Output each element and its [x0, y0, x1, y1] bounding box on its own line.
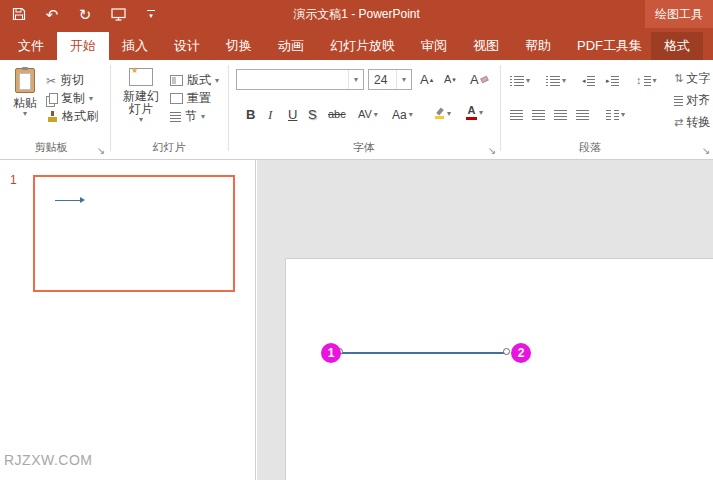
tab-pdf-tools[interactable]: PDF工具集	[564, 32, 655, 60]
format-painter-button[interactable]: 格式刷	[46, 108, 98, 125]
format-painter-label: 格式刷	[62, 108, 98, 125]
align-text-label: 对齐	[686, 92, 710, 109]
grow-font-button[interactable]: A ▴	[420, 71, 433, 88]
line-spacing-button[interactable]: ↕ ▾	[636, 72, 657, 89]
group-separator	[500, 65, 501, 151]
reset-button[interactable]: 重置	[170, 90, 211, 107]
font-name-value	[237, 70, 348, 89]
italic-label: I	[268, 108, 272, 121]
chevron-down-icon: ▾	[139, 116, 143, 124]
section-button[interactable]: 节 ▾	[170, 108, 205, 125]
clipboard-dialog-launcher[interactable]: ↘	[95, 145, 107, 156]
change-case-label: Aa	[392, 109, 407, 121]
align-text-button[interactable]: 对齐	[674, 92, 710, 109]
eraser-icon	[480, 76, 488, 83]
text-direction-button[interactable]: ⇅ 文字	[674, 70, 710, 87]
chevron-down-icon: ▾	[621, 111, 625, 119]
decrease-indent-icon	[587, 76, 595, 86]
copy-icon	[46, 93, 57, 105]
line-shape[interactable]	[341, 352, 509, 354]
character-spacing-button[interactable]: AV ▾	[358, 106, 378, 123]
paste-button[interactable]: 粘贴 ▾	[8, 68, 42, 118]
clear-formatting-button[interactable]: A	[470, 71, 488, 88]
paste-icon	[15, 68, 35, 93]
chevron-down-icon: ▾	[348, 70, 363, 89]
underline-button[interactable]: U	[288, 106, 297, 123]
triangle-down-icon: ▾	[452, 76, 456, 83]
strikethrough-button[interactable]: abc	[328, 106, 346, 123]
bullets-button[interactable]: ▾	[510, 72, 530, 89]
font-name-combobox[interactable]: ▾	[236, 69, 364, 90]
layout-button[interactable]: 版式 ▾	[170, 72, 219, 89]
section-label: 节	[185, 108, 197, 125]
tab-help[interactable]: 帮助	[512, 32, 564, 60]
ribbon-tab-row: 文件 开始 插入 设计 切换 动画 幻灯片放映 审阅 视图 帮助 PDF工具集 …	[0, 28, 713, 60]
tab-file[interactable]: 文件	[5, 32, 57, 60]
text-highlight-button[interactable]: ▾	[434, 105, 451, 122]
font-group-label: 字体	[228, 140, 500, 155]
slide-number: 1	[10, 173, 17, 187]
bullets-icon	[510, 76, 524, 86]
bold-label: B	[246, 108, 255, 121]
columns-button[interactable]: ▾	[606, 106, 625, 123]
tab-insert[interactable]: 插入	[109, 32, 161, 60]
ribbon: 粘贴 ▾ ✂ 剪切 复制 ▾ 格式刷 剪贴板 ↘ ★ 新建幻灯片 ▾ 版式 ▾	[0, 60, 713, 160]
tab-home[interactable]: 开始	[57, 32, 109, 60]
slide-thumbnail[interactable]	[33, 175, 235, 292]
convert-smartart-button[interactable]: ⇄ 转换	[674, 114, 710, 131]
change-case-button[interactable]: Aa ▾	[392, 106, 413, 123]
increase-indent-button[interactable]: ▸	[606, 72, 619, 89]
align-text-icon	[674, 96, 683, 106]
paragraph-dialog-launcher[interactable]: ↘	[700, 145, 712, 156]
new-slide-icon: ★	[129, 68, 153, 86]
updown-arrow-icon: ↕	[636, 75, 642, 86]
line-endpoint-handle-right[interactable]	[503, 348, 510, 355]
font-size-combobox[interactable]: 24 ▾	[368, 69, 412, 90]
copy-button[interactable]: 复制 ▾	[46, 90, 93, 107]
shrink-font-button[interactable]: A ▾	[444, 71, 456, 88]
decrease-indent-button[interactable]: ◂	[582, 72, 595, 89]
convert-smartart-icon: ⇄	[674, 117, 683, 128]
font-color-button[interactable]: A ▾	[466, 104, 483, 121]
window-title: 演示文稿1 - PowerPoint	[0, 0, 713, 28]
align-center-button[interactable]	[532, 106, 545, 123]
tab-view[interactable]: 视图	[460, 32, 512, 60]
underline-label: U	[288, 108, 297, 121]
italic-button[interactable]: I	[268, 106, 272, 123]
align-left-button[interactable]	[510, 106, 523, 123]
paragraph-group-label: 段落	[500, 140, 680, 155]
align-left-icon	[510, 110, 523, 120]
triangle-up-icon: ▴	[430, 76, 434, 83]
chevron-down-icon: ▾	[89, 95, 93, 103]
cut-button[interactable]: ✂ 剪切	[46, 72, 84, 89]
titlebar: ↶ ↻ ▾ 演示文稿1 - PowerPoint 绘图工具	[0, 0, 713, 28]
columns-icon	[606, 110, 619, 120]
contextual-tab-group-header: 绘图工具	[645, 0, 713, 28]
numbering-icon	[546, 76, 560, 86]
tab-review[interactable]: 审阅	[408, 32, 460, 60]
tab-slide-show[interactable]: 幻灯片放映	[317, 32, 408, 60]
chevron-down-icon: ▾	[396, 70, 411, 89]
tab-design[interactable]: 设计	[161, 32, 213, 60]
thumbnail-arrow-shape	[55, 200, 81, 201]
tab-transitions[interactable]: 切换	[213, 32, 265, 60]
font-dialog-launcher[interactable]: ↘	[486, 145, 498, 156]
tab-format[interactable]: 格式	[651, 32, 703, 60]
slide-canvas[interactable]: 1 2	[285, 258, 713, 480]
tab-animations[interactable]: 动画	[265, 32, 317, 60]
align-right-button[interactable]	[554, 106, 567, 123]
text-shadow-button[interactable]: S	[308, 106, 317, 123]
slides-group-label: 幻灯片	[110, 140, 228, 155]
align-center-icon	[532, 110, 545, 120]
numbering-button[interactable]: ▾	[546, 72, 566, 89]
chevron-down-icon: ▾	[215, 77, 219, 85]
format-painter-icon	[46, 111, 58, 123]
new-slide-label: 新建幻灯片	[118, 90, 164, 116]
justify-button[interactable]	[576, 106, 589, 123]
align-right-icon	[554, 110, 567, 120]
chevron-down-icon: ▾	[374, 111, 378, 119]
highlighter-pen-icon	[434, 108, 445, 119]
bold-button[interactable]: B	[246, 106, 255, 123]
new-slide-button[interactable]: ★ 新建幻灯片 ▾	[118, 68, 164, 124]
font-size-value: 24	[369, 70, 396, 89]
